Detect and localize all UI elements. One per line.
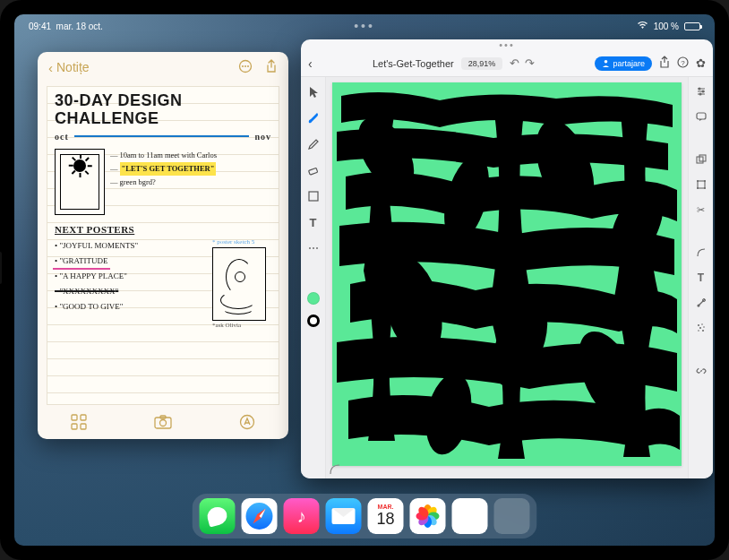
chat-tool[interactable]	[694, 109, 708, 124]
svg-point-39	[701, 323, 703, 325]
markup-icon[interactable]	[239, 414, 255, 434]
svg-point-33	[704, 180, 706, 182]
svg-point-35	[704, 187, 706, 189]
gear-icon[interactable]: ✿	[696, 56, 706, 70]
export-icon[interactable]	[659, 56, 670, 71]
gradient-tool[interactable]	[694, 296, 708, 310]
canvas-area[interactable]	[326, 77, 688, 478]
pointer-tool[interactable]	[305, 84, 322, 100]
zoom-level[interactable]: 28,91%	[461, 57, 503, 70]
sketch-1	[55, 149, 105, 215]
back-button[interactable]: ‹	[308, 56, 313, 71]
calendar-app[interactable]: MAR. 18	[368, 498, 404, 534]
svg-point-34	[697, 187, 699, 189]
svg-text:?: ?	[681, 58, 685, 66]
svg-point-3	[247, 65, 249, 67]
svg-point-27	[699, 93, 701, 96]
messages-app[interactable]	[200, 498, 236, 534]
photos-app[interactable]	[410, 498, 446, 534]
svg-rect-16	[309, 192, 318, 201]
poster-4: XXXXXXXXX	[55, 287, 118, 296]
grid-icon[interactable]	[71, 414, 87, 434]
ipad-frame: 09:41 mar. 18 oct. ••• 100 % ‹ Notițe	[0, 0, 729, 560]
spray-tool[interactable]	[694, 321, 708, 335]
curve-tool[interactable]	[694, 246, 708, 260]
svg-rect-7	[81, 424, 86, 429]
svg-point-9	[159, 420, 166, 426]
ask-olivia: *ask Olivia	[212, 322, 271, 329]
date-line	[74, 135, 250, 137]
svg-point-2	[244, 65, 246, 67]
notes-back-label: Notițe	[56, 60, 90, 74]
cal-day: 18	[376, 510, 394, 529]
notes-app[interactable]	[452, 498, 488, 534]
canvas[interactable]	[332, 82, 682, 466]
svg-point-1	[242, 65, 244, 67]
pencil-tool[interactable]	[305, 136, 322, 152]
side-button	[0, 252, 2, 284]
svg-rect-31	[698, 181, 705, 188]
notes-window[interactable]: ‹ Notițe 30-DAY DESIGN CHALLENGE Oct	[38, 52, 288, 439]
note-title-line2: CHALLENGE	[55, 110, 271, 128]
left-toolbar: T ⋯	[301, 77, 326, 478]
design-toolbar: ‹ Let's-Get-Together 28,91% ↶ ↷ partajar…	[301, 50, 713, 77]
shape-tool[interactable]	[305, 188, 322, 204]
notes-header: ‹ Notițe	[38, 52, 288, 82]
share-button[interactable]: partajare	[595, 56, 652, 71]
svg-rect-5	[81, 415, 86, 420]
poster-5: GOOD TO GIVE	[55, 299, 207, 314]
eraser-tool[interactable]	[305, 162, 322, 178]
notes-body[interactable]: 30-DAY DESIGN CHALLENGE Oct Nov	[47, 86, 279, 405]
cal-weekday: MAR.	[378, 504, 394, 510]
ellipsis-tool[interactable]: ⋯	[305, 240, 322, 256]
svg-rect-6	[72, 424, 77, 429]
poster-2: GRATITUDE	[55, 254, 108, 269]
poster-1: JOYFUL MOMENTS	[55, 238, 207, 254]
color-stroke[interactable]	[307, 314, 320, 327]
layers-tool[interactable]	[694, 152, 708, 167]
svg-point-12	[605, 60, 608, 64]
status-date: mar. 18 oct.	[56, 22, 103, 31]
sketch-label: * poster sketch 5	[212, 238, 271, 246]
svg-point-32	[697, 180, 699, 182]
share-label: partajare	[613, 59, 645, 68]
notes-footer	[38, 409, 288, 439]
svg-rect-8	[155, 418, 171, 428]
design-window[interactable]: ••• ‹ Let's-Get-Together 28,91% ↶ ↷	[301, 39, 713, 478]
link-tool[interactable]	[694, 364, 708, 378]
transform-tool[interactable]	[694, 177, 708, 192]
resize-handle[interactable]	[330, 464, 340, 475]
more-icon[interactable]	[238, 59, 253, 76]
window-drag-handle[interactable]: •••	[301, 39, 713, 50]
poster-3: A HAPPY PLACE	[55, 269, 207, 284]
chevron-left-icon: ‹	[48, 60, 53, 75]
dock: ♪ MAR. 18	[193, 494, 537, 538]
doc-title[interactable]: Let's-Get-Together	[373, 58, 454, 69]
adjust-tool[interactable]	[694, 84, 708, 99]
music-app[interactable]: ♪	[284, 498, 320, 534]
svg-point-38	[698, 324, 699, 326]
svg-point-41	[703, 326, 705, 328]
date-to: Nov	[254, 132, 271, 142]
redo-icon[interactable]: ↷	[525, 56, 535, 70]
safari-app[interactable]	[242, 498, 278, 534]
notes-back-button[interactable]: ‹ Notițe	[48, 60, 90, 75]
status-bar: 09:41 mar. 18 oct. ••• 100 %	[14, 18, 715, 34]
cut-tool[interactable]: ✂	[694, 202, 708, 217]
text-tool[interactable]: T	[305, 214, 322, 230]
help-icon[interactable]: ?	[677, 56, 689, 71]
note-title-line1: 30-DAY DESIGN	[55, 92, 271, 110]
date-from: Oct	[55, 132, 69, 142]
share-icon[interactable]	[265, 59, 278, 76]
mail-app[interactable]	[326, 498, 362, 534]
brush-tool[interactable]	[305, 110, 322, 126]
camera-icon[interactable]	[154, 415, 172, 433]
poster-sketch	[212, 247, 266, 321]
multitask-dots[interactable]: •••	[354, 19, 375, 33]
undo-icon[interactable]: ↶	[510, 56, 519, 70]
color-fill[interactable]	[307, 292, 320, 305]
battery-icon	[684, 22, 700, 30]
svg-rect-4	[72, 415, 77, 420]
app-library-folder[interactable]	[494, 498, 530, 534]
type-tool[interactable]: T	[694, 271, 708, 285]
